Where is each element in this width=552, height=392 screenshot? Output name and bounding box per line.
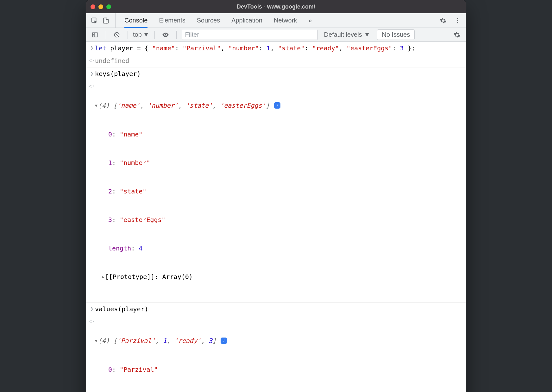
inspect-element-icon[interactable] <box>89 15 100 26</box>
output-arrow-icon: <· <box>89 82 95 301</box>
chevron-down-icon: ▼ <box>143 31 149 38</box>
svg-point-3 <box>457 18 458 19</box>
info-badge-icon[interactable]: i <box>221 338 227 344</box>
tab-console[interactable]: Console <box>124 13 147 28</box>
svg-point-5 <box>457 22 458 23</box>
output-undefined: undefined <box>95 56 463 66</box>
execution-context-selector[interactable]: top ▼ <box>133 31 149 38</box>
device-toolbar-icon[interactable] <box>100 15 111 26</box>
info-badge-icon[interactable]: i <box>274 102 280 109</box>
tabbar-right-controls <box>437 15 463 26</box>
window-title: DevTools - www.google.com/ <box>237 3 315 10</box>
console-toolbar: top ▼ Default levels ▼ No Issues <box>86 28 466 42</box>
expand-triangle-icon[interactable]: ▶ <box>102 272 104 282</box>
console-settings-icon[interactable] <box>451 29 463 41</box>
tab-application[interactable]: Application <box>231 13 262 28</box>
console-input-row[interactable]: ❯ keys(player) <box>86 67 466 80</box>
input-prompt-icon: ❯ <box>89 69 95 79</box>
tabs: Console Elements Sources Application Net… <box>124 13 435 28</box>
tab-sources[interactable]: Sources <box>197 13 220 28</box>
svg-rect-2 <box>106 19 108 23</box>
console-input-text: keys(player) <box>95 69 463 79</box>
more-tabs-icon[interactable]: » <box>308 13 312 28</box>
kebab-menu-icon[interactable] <box>452 15 463 26</box>
tab-network[interactable]: Network <box>274 13 297 28</box>
log-levels-selector[interactable]: Default levels ▼ <box>324 31 370 38</box>
output-arrow-icon: <· <box>89 56 95 66</box>
console-input-row[interactable]: ❯ values(player) <box>86 303 466 315</box>
clear-console-icon[interactable] <box>111 29 122 41</box>
expand-triangle-icon[interactable]: ▼ <box>95 101 97 111</box>
maximize-window-button[interactable] <box>106 4 111 9</box>
tab-elements[interactable]: Elements <box>159 13 185 28</box>
close-window-button[interactable] <box>91 4 95 9</box>
filter-input[interactable] <box>182 30 318 40</box>
console-input-text: values(player) <box>95 304 463 314</box>
output-arrow-icon: <· <box>89 317 95 392</box>
traffic-lights <box>86 4 111 9</box>
svg-point-8 <box>165 34 166 35</box>
tabbar-left-icons <box>89 13 116 28</box>
live-expression-icon[interactable] <box>160 29 171 41</box>
input-prompt-icon: ❯ <box>89 304 95 314</box>
array-keys-output: ▼(4) ['name', 'number', 'state', 'easter… <box>95 82 463 301</box>
tabbar: Console Elements Sources Application Net… <box>86 13 466 28</box>
console-output-row[interactable]: <· ▼(4) ['name', 'number', 'state', 'eas… <box>86 80 466 303</box>
console-output: ❯ let player = { "name": "Parzival", "nu… <box>86 42 466 392</box>
levels-label: Default levels <box>324 31 362 38</box>
titlebar[interactable]: DevTools - www.google.com/ <box>86 0 466 13</box>
minimize-window-button[interactable] <box>98 4 103 9</box>
svg-point-4 <box>457 20 458 21</box>
issues-button[interactable]: No Issues <box>377 29 415 40</box>
chevron-down-icon: ▼ <box>364 31 370 38</box>
console-output-row: <· undefined <box>86 54 466 67</box>
console-input-text: let player = { "name": "Parzival", "numb… <box>95 43 463 53</box>
console-output-row[interactable]: <· ▼(4) ['Parzival', 1, 'ready', 3] i 0:… <box>86 315 466 392</box>
input-prompt-icon: ❯ <box>89 43 95 53</box>
console-sidebar-toggle-icon[interactable] <box>89 29 101 41</box>
devtools-window: DevTools - www.google.com/ Console Eleme… <box>86 0 466 392</box>
settings-icon[interactable] <box>437 15 449 26</box>
context-label: top <box>133 31 142 38</box>
expand-triangle-icon[interactable]: ▼ <box>95 336 97 346</box>
console-input-row[interactable]: ❯ let player = { "name": "Parzival", "nu… <box>86 42 466 54</box>
array-values-output: ▼(4) ['Parzival', 1, 'ready', 3] i 0: "P… <box>95 317 463 392</box>
